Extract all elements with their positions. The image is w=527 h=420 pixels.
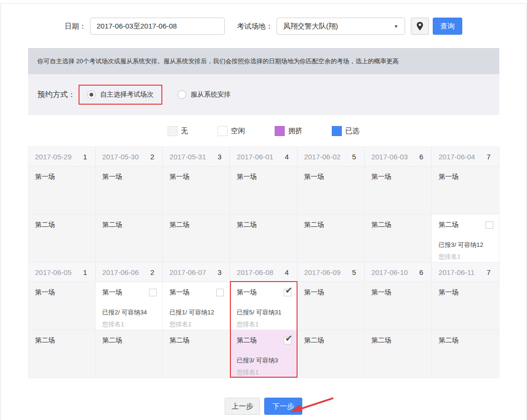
session-row: 第二场第二场第二场第二场已报3/ 可容纳3您排名1第二场第二场第二场 [29,330,499,378]
session-checkbox[interactable] [284,289,291,296]
day-header: 2017-06-073 [163,263,230,282]
session-row: 第二场第二场第二场第二场第二场第二场第二场已报3/ 可容纳12您排名1 [29,214,499,262]
session-checkbox[interactable] [284,337,291,344]
week-header-row: 2017-06-0512017-06-0622017-06-0732017-06… [29,262,499,282]
date-range-input[interactable] [90,18,225,35]
day-weekday-number: 3 [218,268,221,276]
session-cell[interactable]: 第一场已报2/ 可容纳34您排名1 [96,282,163,330]
session-cell: 第一场 [365,166,432,214]
day-weekday-number: 2 [150,268,154,276]
session-name: 第一场 [304,173,324,181]
session-cell[interactable]: 第一场已报1/ 可容纳12您排名1 [163,282,230,330]
session-cell-top: 第一场 [237,288,291,297]
session-checkbox[interactable] [216,289,224,296]
session-checkbox[interactable] [486,221,493,229]
session-cell: 第二场 [298,214,365,262]
day-weekday-number: 5 [352,153,356,161]
day-weekday-number: 2 [150,153,154,161]
radio-icon[interactable] [178,90,186,99]
session-cell-top: 第二场 [35,221,89,229]
session-cell[interactable]: 第二场已报3/ 可容纳12您排名1 [432,214,499,262]
day-date: 2017-06-11 [438,268,475,276]
venue-label: 考试场地： [237,22,273,31]
venue-select[interactable]: 凤翔交警大队(翔) ▼ [277,18,405,35]
session-cell-top: 第一场 [102,288,157,297]
session-name: 第二场 [438,221,458,229]
legend-label: 拥挤 [288,127,302,136]
session-cell: 第一场 [298,166,365,214]
session-cell-top: 第二场 [304,336,358,345]
date-label: 日期： [65,22,86,31]
query-button[interactable]: 查询 [433,18,462,35]
legend-item: 无 [168,126,188,136]
booking-method-label: 预约方式： [38,90,76,100]
day-weekday-number: 6 [419,153,423,161]
session-cell-top: 第二场 [169,221,224,229]
week-block: 2017-06-0512017-06-0622017-06-0732017-06… [28,262,499,378]
session-enrolled-count: 已报3/ 可容纳12 [438,241,493,249]
day-header: 2017-06-062 [96,263,163,282]
session-cell[interactable]: 第一场已报5/ 可容纳31您排名1 [230,282,297,330]
booking-option-1[interactable]: 服从系统安排 [170,86,239,104]
previous-step-button[interactable]: 上一步 [225,398,260,415]
session-cell[interactable]: 第二场已报3/ 可容纳3您排名1 [230,330,297,378]
venue-selected-value: 凤翔交警大队(翔) [283,22,394,31]
notice-banner: 你可自主选择 20个考试场次或服从系统安排。服从系统安排后，我们会按照你选择的日… [28,48,499,74]
session-name: 第二场 [371,336,391,345]
radio-icon[interactable] [87,90,96,99]
session-name: 第二场 [237,221,257,229]
day-date: 2017-06-01 [237,153,273,161]
session-name: 第二场 [102,221,122,229]
session-cell-top: 第二场 [102,336,157,345]
session-row: 第一场第一场第一场第一场第一场第一场第一场 [29,166,499,214]
session-cell: 第二场 [163,330,230,378]
day-date: 2017-06-08 [237,268,273,276]
session-cell: 第一场 [230,166,297,214]
week-header-row: 2017-05-2912017-05-3022017-05-3132017-06… [29,147,499,166]
session-cell: 第二场 [96,214,163,262]
session-cell-top: 第二场 [304,221,358,229]
booking-option-0[interactable]: 自主选择考试场次 [79,85,162,105]
day-weekday-number: 4 [285,268,288,276]
session-enrolled-count: 已报1/ 可容纳12 [169,308,224,317]
session-name: 第一场 [237,288,257,297]
day-header: 2017-05-291 [29,147,96,166]
session-enrolled-count: 已报2/ 可容纳34 [102,308,157,317]
day-weekday-number: 1 [83,268,87,276]
map-location-button[interactable] [411,18,429,35]
session-cell: 第二场 [432,330,499,378]
session-name: 第二场 [371,221,391,229]
session-name: 第二场 [169,336,189,345]
session-cell: 第一场 [365,282,432,330]
session-cell: 第二场 [96,330,163,378]
legend-label: 无 [181,127,188,136]
day-date: 2017-06-09 [304,268,341,276]
session-cell-top: 第一场 [438,288,493,297]
day-date: 2017-05-30 [102,153,139,161]
day-header: 2017-06-047 [432,147,499,166]
session-cell-top: 第一场 [438,173,493,181]
day-date: 2017-06-05 [35,268,72,276]
session-cell: 第二场 [29,214,96,262]
session-name: 第二场 [304,336,324,345]
session-row: 第一场第一场已报2/ 可容纳34您排名1第一场已报1/ 可容纳12您排名1第一场… [29,282,499,330]
session-enrolled-count: 已报5/ 可容纳31 [237,308,291,317]
day-header: 2017-06-095 [298,263,365,282]
session-checkbox[interactable] [149,289,157,296]
session-name: 第二场 [438,336,458,345]
day-header: 2017-06-025 [298,147,365,166]
booking-method-row: 预约方式： 自主选择考试场次服从系统安排 [28,74,499,115]
session-cell-top: 第一场 [371,288,426,297]
next-step-button[interactable]: 下一步 [264,398,302,415]
day-date: 2017-06-03 [371,153,408,161]
session-cell-top: 第一场 [304,288,358,297]
session-cell: 第一场 [432,166,499,214]
day-header: 2017-05-313 [163,147,230,166]
chevron-down-icon: ▼ [394,24,398,29]
day-date: 2017-05-29 [35,153,72,161]
session-name: 第二场 [237,336,257,345]
session-name: 第一场 [35,173,55,181]
booking-page: 日期： 考试场地： 凤翔交警大队(翔) ▼ 查询 你可自主选择 20个考试场次或… [0,3,527,420]
session-name: 第二场 [35,336,55,345]
calendar: 2017-05-2912017-05-3022017-05-3132017-06… [28,147,499,378]
